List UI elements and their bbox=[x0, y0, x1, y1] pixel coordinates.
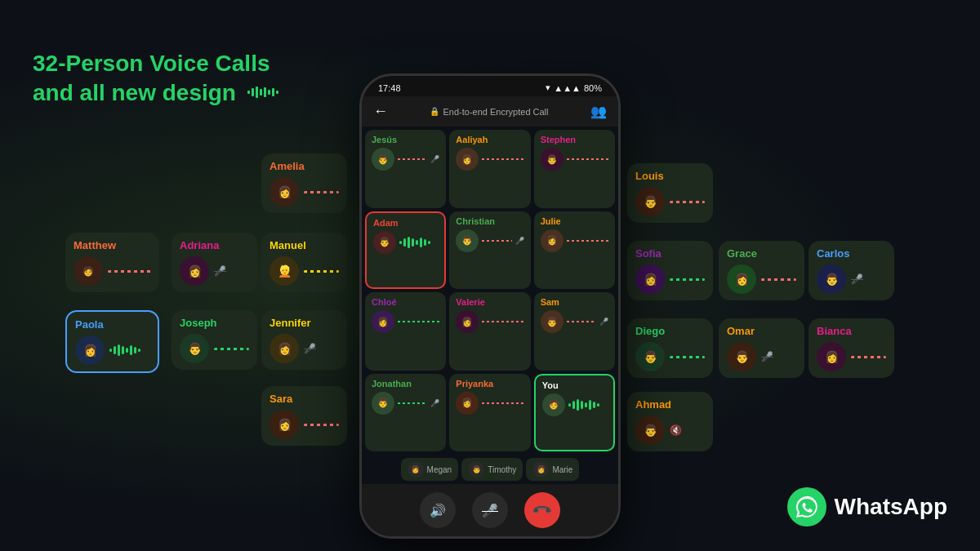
jonathan-avatar: 👨 bbox=[372, 392, 394, 415]
battery-text: 80% bbox=[584, 83, 602, 93]
adriana-avatar: 👩 bbox=[180, 256, 209, 286]
matthew-avatar: 🧑 bbox=[74, 256, 103, 286]
phone-card-valerie: Valerie 👩 bbox=[449, 292, 530, 371]
jennifer-name: Jennifer bbox=[270, 317, 339, 329]
valerie-wave bbox=[482, 321, 523, 322]
chloe-name: Chloé bbox=[372, 297, 439, 307]
adam-name: Adam bbox=[373, 218, 438, 228]
amelia-wave bbox=[304, 191, 339, 193]
bianca-avatar: 👩 bbox=[817, 342, 846, 371]
card-amelia: Amelia 👩 bbox=[261, 153, 347, 213]
omar-name: Omar bbox=[727, 325, 796, 337]
jesus-mic: 🎤 bbox=[430, 155, 439, 163]
more-card-megan: 👩 Megan bbox=[401, 458, 459, 481]
phone-card-sam: Sam 👨 🎤 bbox=[534, 292, 615, 371]
bianca-wave bbox=[851, 356, 886, 358]
christian-avatar: 👨 bbox=[456, 229, 479, 252]
diego-wave bbox=[670, 356, 705, 358]
jonathan-name: Jonathan bbox=[372, 379, 439, 389]
mute-button[interactable]: 🎤 bbox=[472, 492, 508, 528]
card-grace: Grace 👩 bbox=[719, 241, 804, 300]
sam-mic: 🎤 bbox=[599, 318, 608, 326]
louis-name: Louis bbox=[635, 170, 705, 182]
grace-wave bbox=[761, 278, 796, 281]
status-bar: 17:48 ▾ ▲▲▲ 80% bbox=[362, 76, 618, 96]
priyanka-avatar: 👩 bbox=[456, 392, 479, 415]
call-controls: 🔊 🎤 📞 bbox=[362, 484, 618, 536]
sara-name: Sara bbox=[270, 393, 339, 405]
christian-mic: 🎤 bbox=[515, 237, 524, 245]
phone-card-priyanka: Priyanka 👩 bbox=[449, 374, 530, 452]
phone-participant-grid: Jesús 👨 🎤 Aaliyah 👩 Stephen 👨 bbox=[362, 127, 618, 455]
matthew-name: Matthew bbox=[74, 239, 151, 251]
whatsapp-label: WhatsApp bbox=[835, 494, 947, 520]
marie-label: Marie bbox=[552, 465, 572, 474]
phone-card-christian: Christian 👨 🎤 bbox=[449, 211, 530, 290]
jesus-wave bbox=[398, 158, 427, 160]
lock-icon: 🔒 bbox=[430, 107, 439, 116]
grace-name: Grace bbox=[727, 247, 796, 260]
you-name: You bbox=[542, 380, 607, 390]
card-diego: Diego 👨 bbox=[627, 318, 713, 378]
phone-card-you: You 🧑 bbox=[534, 374, 615, 452]
ahmad-name: Ahmad bbox=[635, 398, 705, 411]
omar-avatar: 👨 bbox=[727, 342, 756, 371]
ahmad-mic: 🔇 bbox=[670, 424, 682, 436]
sofia-name: Sofia bbox=[635, 247, 705, 260]
card-sara: Sara 👩 bbox=[261, 386, 347, 446]
signal-icon: ▲▲▲ bbox=[554, 83, 581, 93]
whatsapp-logo bbox=[787, 487, 826, 527]
sara-wave bbox=[304, 424, 339, 426]
christian-wave bbox=[482, 240, 511, 242]
julie-wave bbox=[567, 240, 608, 242]
card-joseph: Joseph 👨 bbox=[172, 310, 257, 370]
amelia-avatar: 👩 bbox=[270, 177, 299, 207]
bianca-name: Bianca bbox=[817, 325, 886, 337]
group-icon[interactable]: 👥 bbox=[590, 104, 607, 119]
jonathan-mic: 🎤 bbox=[430, 399, 439, 407]
status-icons: ▾ ▲▲▲ 80% bbox=[546, 82, 602, 93]
manuel-name: Manuel bbox=[270, 239, 339, 251]
julie-name: Julie bbox=[541, 216, 608, 226]
time: 17:48 bbox=[378, 83, 401, 93]
back-icon[interactable]: ← bbox=[373, 103, 388, 120]
phone-card-aaliyah: Aaliyah 👩 bbox=[449, 130, 530, 208]
diego-name: Diego bbox=[635, 325, 705, 337]
timothy-label: Timothy bbox=[488, 465, 516, 474]
priyanka-wave bbox=[482, 402, 523, 404]
phone-card-stephen: Stephen 👨 bbox=[534, 130, 615, 208]
end-call-button[interactable]: 📞 bbox=[524, 492, 560, 528]
card-ahmad: Ahmad 👨 🔇 bbox=[627, 392, 713, 451]
sofia-avatar: 👩 bbox=[635, 264, 665, 294]
sara-avatar: 👩 bbox=[270, 410, 299, 439]
card-manuel: Manuel 👱 bbox=[261, 233, 347, 292]
adam-avatar: 👨 bbox=[373, 231, 396, 254]
mute-icon: 🎤 bbox=[482, 503, 498, 518]
jennifer-mic: 🎤 bbox=[304, 343, 316, 354]
stephen-wave bbox=[567, 158, 608, 160]
chloe-avatar: 👩 bbox=[372, 310, 394, 333]
card-paola: Paola 👩 bbox=[65, 310, 159, 373]
sofia-wave bbox=[670, 278, 705, 281]
jesus-avatar: 👨 bbox=[372, 148, 394, 171]
sam-avatar: 👨 bbox=[541, 310, 564, 333]
speaker-button[interactable]: 🔊 bbox=[420, 492, 456, 528]
carlos-avatar: 👨 bbox=[817, 264, 846, 294]
paola-name: Paola bbox=[75, 318, 149, 331]
sam-name: Sam bbox=[541, 297, 608, 307]
ahmad-avatar: 👨 bbox=[635, 415, 665, 445]
phone-card-jesus: Jesús 👨 🎤 bbox=[365, 130, 446, 208]
more-card-marie: 👩 Marie bbox=[526, 458, 579, 481]
megan-label: Megan bbox=[427, 465, 452, 474]
adriana-mic: 🎤 bbox=[214, 265, 226, 277]
jesus-name: Jesús bbox=[372, 135, 439, 144]
call-header: ← 🔒 End-to-end Encrypted Call 👥 bbox=[362, 96, 618, 127]
omar-mic: 🎤 bbox=[761, 351, 773, 362]
chloe-wave bbox=[398, 321, 439, 322]
call-header-title: End-to-end Encrypted Call bbox=[443, 107, 548, 117]
adriana-name: Adriana bbox=[180, 239, 249, 251]
card-sofia: Sofia 👩 bbox=[627, 241, 713, 300]
card-omar: Omar 👨 🎤 bbox=[719, 318, 804, 378]
joseph-avatar: 👨 bbox=[180, 334, 209, 363]
card-adriana: Adriana 👩 🎤 bbox=[172, 233, 257, 292]
